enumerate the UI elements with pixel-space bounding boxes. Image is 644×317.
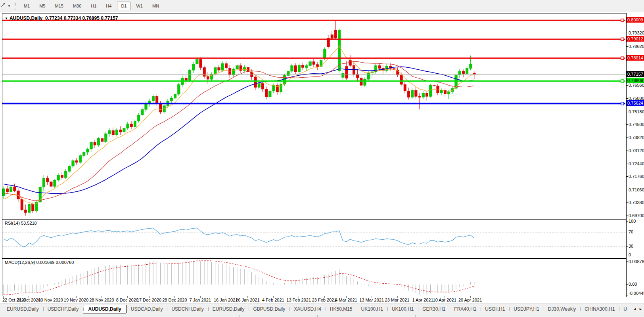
ohlc-open: 0.77234 (45, 15, 62, 21)
price-axis-label: 0.71060 (629, 187, 644, 193)
current-price-label: 0.77157 (627, 71, 644, 77)
tf-button-m1[interactable]: M1 (20, 2, 34, 10)
price-axis-tick (626, 190, 628, 190)
tf-button-m30[interactable]: M30 (69, 2, 85, 10)
rsi-label: RSI(14) 53.5218 (5, 221, 37, 225)
status-strip-tick (143, 315, 143, 317)
hline-resistance-2-handle[interactable] (621, 38, 624, 40)
candles-layer (2, 20, 475, 216)
rsi-axis-label: 30 (629, 243, 644, 249)
macd-signal-value: 0.000760 (56, 260, 74, 265)
chart-tab[interactable]: AUDUSD,Daily (83, 305, 126, 313)
chevron-down-icon: ▼ (8, 4, 11, 8)
tf-button-h4[interactable]: H4 (102, 2, 115, 10)
status-strip-tick (317, 315, 318, 317)
price-axis-tick (626, 216, 628, 216)
chart-tab[interactable]: GER30,H1 (418, 305, 450, 313)
symbol-caret-icon: ▼ (5, 17, 8, 20)
date-axis-label: 10 Apr 2021 (433, 298, 456, 302)
price-axis-tick (626, 98, 628, 99)
price-axis-tick (626, 85, 628, 86)
chart-tab[interactable]: USDJPY,H1 (509, 305, 543, 313)
chart-tab[interactable]: USDCNH,Daily (167, 305, 208, 313)
date-axis-label: 13 Feb 2021 (286, 298, 311, 302)
window-frame-left (1, 13, 1, 304)
chart-tab[interactable]: CHINA300,H1 (580, 305, 619, 313)
chart-tab[interactable]: USDCHF,Daily (43, 305, 83, 313)
ohlc-low: 0.76895 (82, 15, 99, 21)
tab-scroll-right-icon[interactable]: ► (638, 306, 643, 312)
main-chart-pane[interactable]: ▼AUDUSD,Daily 0.77234 0.77334 0.76895 0.… (2, 13, 627, 219)
date-axis-label: 28 Dec 2020 (162, 298, 187, 302)
macd-signal-line (4, 261, 474, 295)
status-strip-tick (415, 315, 416, 317)
rsi-axis-label: 70 (629, 229, 644, 235)
tab-scroll-arrows: ◄► (631, 304, 643, 314)
macd-axis-tick (626, 284, 628, 285)
price-axis-label: 0.73120 (629, 148, 644, 153)
date-axis[interactable]: 22 Oct 202031 Oct 202010 Nov 202019 Nov … (2, 296, 626, 304)
hline-support-1-handle[interactable] (621, 80, 624, 82)
date-axis-label: 19 Nov 2020 (64, 298, 88, 302)
macd-pane[interactable]: MACD(12,26,9) 0.001669 0.000760 (2, 258, 627, 297)
date-axis-label: 17 Dec 2020 (137, 298, 161, 302)
date-axis-label: 8 Dec 2020 (116, 298, 138, 302)
status-strip-tick (240, 315, 240, 317)
chart-tab[interactable]: UK100,H1 (357, 305, 387, 313)
date-axis-label: 28 Nov 2020 (89, 298, 114, 302)
price-axis-label: 0.70380 (629, 200, 644, 205)
status-strip-tick (515, 315, 515, 317)
chart-tab[interactable]: UK100,H1 (387, 305, 418, 313)
price-axis-tick (626, 202, 628, 203)
mt4-window: ▼ M1M5M15M30H1H4D1W1MN ▼AUDUSD,Daily 0.7… (0, 0, 644, 317)
hline-resistance-1-handle[interactable] (621, 19, 624, 22)
price-axis-label: 0.74500 (629, 122, 644, 127)
date-axis-label: 23 Feb 2021 (312, 298, 337, 302)
chart-tab[interactable]: U (619, 305, 631, 313)
tf-button-w1[interactable]: W1 (132, 2, 147, 10)
chart-tab[interactable]: USOil,H1 (481, 305, 509, 313)
price-axis-label: 0.78620 (629, 44, 644, 49)
rsi-axis-tick (626, 257, 628, 257)
price-chart-canvas[interactable] (2, 13, 625, 218)
macd-value: 0.001669 (36, 260, 54, 265)
date-axis-label: 1 Apr 2021 (412, 298, 433, 302)
rsi-pane[interactable]: RSI(14) 53.5218 (2, 219, 627, 258)
date-axis-label: 31 Oct 2020 (17, 298, 40, 302)
chart-tab[interactable]: USDCAD,Daily (126, 305, 167, 313)
chart-tab[interactable]: DJ30,Weekly (544, 305, 580, 313)
price-axis-tick (626, 164, 628, 164)
price-axis-tick (626, 124, 628, 125)
toolbar-grip[interactable] (15, 2, 16, 10)
macd-axis-tick (626, 296, 628, 296)
price-axis-label: 0.76560 (629, 82, 644, 88)
tf-button-m15[interactable]: M15 (51, 2, 67, 10)
chart-tab[interactable]: EURUSD,Daily (2, 305, 43, 313)
tab-scroll-left-icon[interactable]: ◄ (632, 306, 637, 312)
tf-button-h1[interactable]: H1 (87, 2, 100, 10)
status-strip (0, 314, 644, 317)
hline-resistance-3-handle[interactable] (621, 57, 624, 59)
chart-tab[interactable]: EURUSD,Daily (208, 305, 249, 313)
date-axis-label: 20 Apr 2021 (458, 298, 482, 302)
chart-tab[interactable]: GBPUSD,Daily (249, 305, 289, 313)
tf-button-mn[interactable]: MN (148, 2, 163, 10)
rsi-axis-tick (626, 246, 628, 246)
hline-support-2-handle[interactable] (621, 102, 624, 105)
date-axis-label: 13 Mar 2021 (359, 298, 384, 302)
tf-button-m5[interactable]: M5 (35, 2, 49, 10)
macd-canvas (2, 259, 625, 296)
date-axis-label: 4 Mar 2021 (335, 298, 357, 302)
date-axis-label: 10 Nov 2020 (38, 298, 63, 302)
macd-histogram (4, 261, 474, 295)
macd-label: MACD(12,26,9) 0.001669 0.000760 (5, 260, 74, 265)
date-axis-label: 23 Mar 2021 (385, 298, 410, 302)
date-axis-label: 26 Jan 2021 (236, 298, 260, 302)
chart-tab[interactable]: XAUUSD,H4 (289, 305, 326, 313)
chart-tab[interactable]: HK50,M15 (326, 305, 357, 313)
price-axis-tick (626, 137, 628, 138)
tf-button-d1[interactable]: D1 (117, 2, 130, 10)
draw-tool-button[interactable]: ▼ (0, 2, 12, 10)
chart-tab[interactable]: FRA40,H1 (450, 305, 481, 313)
rsi-value: 53.5218 (21, 221, 37, 225)
